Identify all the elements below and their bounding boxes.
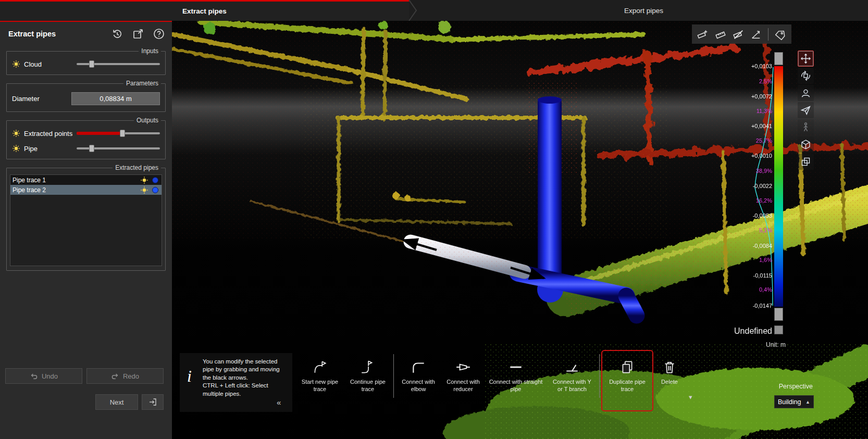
diameter-label: Diameter: [12, 95, 68, 103]
continue-pipe-trace-button[interactable]: Continue pipe trace: [344, 352, 392, 402]
pipe-trace-name: Pipe trace 1: [13, 177, 137, 184]
slider-handle[interactable]: [89, 60, 94, 68]
toolbar-more-icon[interactable]: ▾: [689, 393, 692, 401]
measure-slope-icon[interactable]: [748, 26, 764, 42]
tab-export-pipes[interactable]: Export pipes: [419, 0, 868, 21]
colorbar-value: +0,0010: [728, 153, 772, 159]
inputs-group: Inputs Cloud: [6, 51, 166, 75]
tab-export-pipes-label: Export pipes: [624, 7, 663, 15]
measure-clear-icon[interactable]: [730, 26, 746, 42]
start-pipe-trace-icon: [312, 356, 328, 378]
application-window: Extract pipes Export pipes Extract pipes: [0, 0, 868, 439]
redo-button[interactable]: Redo: [86, 368, 164, 384]
diameter-field[interactable]: 0,08834 m: [71, 92, 160, 105]
collapse-info-icon[interactable]: «: [277, 398, 281, 407]
colorbar-value: +0,0103: [728, 63, 772, 69]
connect-with-branch-button[interactable]: Connect with Y or T branch: [547, 352, 598, 402]
slider-handle[interactable]: [89, 145, 94, 152]
view-mode-select[interactable]: Building ▲: [774, 395, 814, 408]
measure-add-icon[interactable]: [695, 26, 711, 42]
color-scale: +0,0103 2,5% +0,0072 11,3% +0,0041 25,7%…: [728, 50, 787, 327]
outputs-group-label: Outputs: [134, 117, 161, 124]
colorbar-percent: 5,1%: [728, 227, 772, 233]
visibility-bulb-icon[interactable]: [12, 60, 20, 68]
view-cube-icon[interactable]: [798, 136, 814, 153]
colorbar-value: -0,0022: [728, 183, 772, 189]
inputs-group-label: Inputs: [139, 47, 161, 55]
extract-pipes-panel: Extract pipes: [0, 21, 172, 439]
colorbar-percent: 11,3%: [728, 108, 772, 114]
visibility-bulb-icon[interactable]: [12, 144, 20, 153]
colorbar-value: -0,0084: [728, 243, 772, 249]
start-new-pipe-trace-button[interactable]: Start new pipe trace: [296, 352, 344, 402]
fly-icon[interactable]: [798, 102, 814, 118]
help-icon[interactable]: [151, 26, 167, 42]
connect-with-straight-pipe-button[interactable]: Connect with straight pipe: [485, 352, 547, 402]
delete-button[interactable]: Delete: [653, 352, 686, 402]
toolbar-separator: [768, 28, 768, 41]
cloud-visibility-slider[interactable]: [77, 60, 160, 68]
pipe-trace-name: Pipe trace 2: [13, 186, 137, 194]
connect-with-elbow-button[interactable]: Connect with elbow: [395, 352, 441, 402]
examine-icon[interactable]: [798, 85, 814, 101]
workflow-tabbar: Extract pipes Export pipes: [0, 0, 868, 21]
duplicate-pipe-trace-button[interactable]: Duplicate pipe trace: [601, 350, 653, 411]
visibility-bulb-icon[interactable]: [12, 129, 20, 137]
undefined-color-swatch[interactable]: [774, 325, 783, 334]
info-box: i You can modify the selected pipe by gr…: [180, 353, 292, 412]
next-button[interactable]: Next: [95, 394, 138, 410]
reducer-icon: [455, 356, 471, 378]
multi-view-icon[interactable]: [798, 154, 814, 170]
tab-extract-pipes[interactable]: Extract pipes: [0, 0, 409, 21]
straight-pipe-icon: [508, 356, 524, 378]
slider-handle[interactable]: [120, 130, 125, 137]
extracted-points-slider[interactable]: [77, 130, 160, 137]
list-item-pipe-trace-2[interactable]: Pipe trace 2: [10, 185, 162, 195]
undefined-label: Undefined: [728, 327, 772, 336]
colorbar-value: +0,0072: [728, 93, 772, 99]
export-window-icon[interactable]: [130, 26, 146, 42]
outputs-group: Outputs Extracted points: [6, 120, 166, 159]
cloud-label: Cloud: [24, 60, 73, 68]
exit-step-icon: [148, 397, 157, 407]
connect-with-reducer-button[interactable]: Connect with reducer: [441, 352, 485, 402]
walk-icon[interactable]: [798, 119, 814, 135]
measurement-toolbar: [692, 24, 791, 44]
info-text: You can modify the selected pipe by grab…: [203, 358, 289, 398]
measure-line-icon[interactable]: [712, 26, 728, 42]
panel-title: Extract pipes: [8, 30, 104, 38]
visibility-bulb-icon[interactable]: [140, 186, 148, 194]
elbow-icon: [411, 356, 426, 378]
list-item-pipe-trace-1[interactable]: Pipe trace 1: [10, 175, 162, 185]
colorbar-value: -0,0115: [728, 272, 772, 279]
colorbar-percent: 1,6%: [728, 257, 772, 263]
toolbar-separator: [599, 354, 600, 398]
rotate-icon[interactable]: [798, 68, 814, 84]
pipe-color-swatch[interactable]: [152, 187, 158, 193]
pipe-color-swatch[interactable]: [152, 177, 158, 183]
colorbar-percent: 16,2%: [728, 197, 772, 204]
label-icon[interactable]: [773, 26, 789, 42]
perspective-label: Perspective: [753, 383, 813, 390]
delete-icon: [662, 356, 677, 378]
info-icon: i: [187, 367, 192, 386]
exit-step-button[interactable]: [142, 394, 164, 410]
tab-extract-pipes-label: Extract pipes: [182, 7, 227, 15]
colorbar-top-handle[interactable]: [774, 52, 783, 65]
undefined-row: Undefined: [728, 325, 787, 335]
panel-header: Extract pipes: [0, 22, 172, 46]
colorbar-percent: 25,7%: [728, 137, 772, 144]
colorbar-value: +0,0041: [728, 123, 772, 129]
visibility-bulb-icon[interactable]: [140, 176, 148, 184]
extracted-pipes-list[interactable]: Pipe trace 1 Pipe trace 2: [10, 174, 162, 266]
colorbar-percent: 38,9%: [728, 168, 772, 174]
undo-button[interactable]: Undo: [5, 368, 82, 384]
pipe-label: Pipe: [24, 145, 73, 153]
colorbar-bottom-handle[interactable]: [774, 308, 783, 321]
slider-fill: [77, 132, 122, 135]
colorbar-value: -0,0053: [728, 212, 772, 219]
pan-icon[interactable]: [798, 51, 814, 67]
pipe-visibility-slider[interactable]: [77, 145, 160, 152]
chevron-up-icon: ▲: [805, 399, 810, 405]
history-icon[interactable]: [109, 26, 125, 42]
